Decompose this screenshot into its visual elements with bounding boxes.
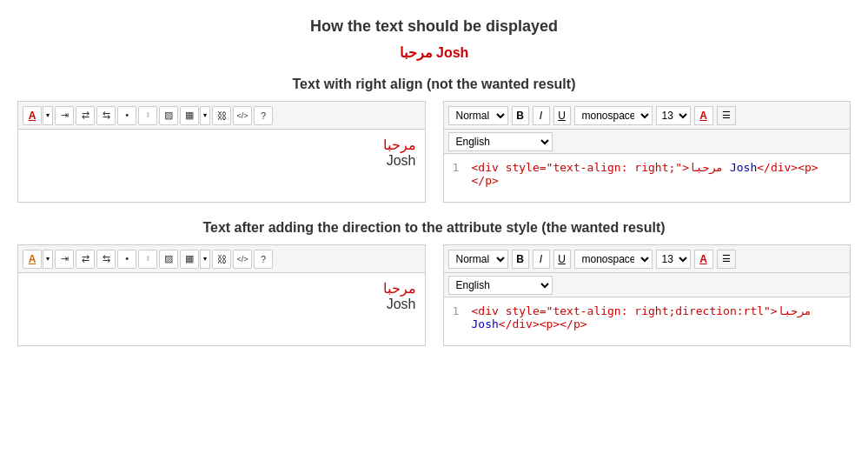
numbered-list-button-2[interactable]: ⦂ [138, 250, 157, 269]
bold-button-1[interactable]: B [512, 106, 529, 125]
code-toolbar-1-row2: English [444, 130, 851, 154]
numbered-list-button[interactable]: ⦂ [138, 106, 157, 125]
align-center-button-2[interactable]: ⇄ [76, 250, 95, 269]
text-color-dropdown[interactable]: ▾ [43, 106, 53, 125]
code-toolbar-1-row1: Normal B I U monospace 13 A ☰ [444, 102, 851, 130]
section-1-title: Text with right align (not the wanted re… [17, 77, 851, 92]
section-2-title: Text after adding the direction to the a… [17, 220, 851, 236]
toolbar-group-table-2: ▦ ▾ [180, 250, 210, 269]
bullet-list-button[interactable]: ⦁ [117, 106, 136, 125]
section-2: Text after adding the direction to the a… [17, 220, 851, 346]
help-button-2[interactable]: ? [254, 250, 273, 269]
table-button-2[interactable]: ▦ [180, 250, 199, 269]
code-panel-2: Normal B I U monospace 13 A ☰ English [443, 244, 851, 346]
link-button-2[interactable]: ⛓ [212, 250, 231, 269]
code-button[interactable]: </> [233, 106, 252, 125]
line-number-2: 1 [453, 304, 463, 338]
italic-button-1[interactable]: I [533, 106, 550, 125]
image-button[interactable]: ▨ [159, 106, 178, 125]
editor-content-1: مرحبا Josh [18, 130, 425, 177]
code-arabic-1: مرحبا [689, 161, 723, 174]
editor-arabic-text-2: مرحبا [383, 280, 416, 297]
size-select-2[interactable]: 13 [656, 250, 691, 269]
align-right-button[interactable]: ⇆ [96, 106, 116, 125]
align-right-button-2[interactable]: ⇆ [96, 250, 116, 269]
align-left-button-2[interactable]: ⇥ [55, 250, 74, 269]
toolbar-group-table: ▦ ▾ [180, 106, 210, 125]
editor-content-2: مرحبا Josh [18, 273, 425, 321]
subtitle-text: مرحبا Josh [17, 44, 851, 61]
code-line-1[interactable]: <div style="text-align: right;">مرحبا Jo… [472, 161, 842, 195]
page-title: How the text should be displayed [17, 17, 851, 36]
align-left-button[interactable]: ⇥ [55, 106, 74, 125]
font-select-2[interactable]: monospace [574, 250, 653, 269]
editor-english-text-1: Josh [387, 153, 416, 169]
editor-arabic-text-1: مرحبا [383, 137, 416, 153]
italic-button-2[interactable]: I [533, 250, 550, 269]
size-select-1[interactable]: 13 [656, 106, 691, 125]
table-dropdown-2[interactable]: ▾ [200, 250, 210, 269]
align-center-button[interactable]: ⇄ [76, 106, 95, 125]
bullet-list-button-2[interactable]: ⦁ [117, 250, 136, 269]
editor-toolbar-2: A ▾ ⇥ ⇄ ⇆ ⦁ ⦂ ▨ ▦ ▾ ⛓ </> ? [18, 245, 425, 273]
link-button[interactable]: ⛓ [212, 106, 231, 125]
section-1-columns: A ▾ ⇥ ⇄ ⇆ ⦁ ⦂ ▨ ▦ ▾ ⛓ </> [17, 101, 851, 203]
bold-button-2[interactable]: B [512, 250, 529, 269]
code-toolbar-2-row1: Normal B I U monospace 13 A ☰ [444, 245, 851, 273]
help-button[interactable]: ? [254, 106, 273, 125]
text-color-button[interactable]: A [23, 106, 42, 125]
table-dropdown[interactable]: ▾ [200, 106, 210, 125]
font-select-1[interactable]: monospace [574, 106, 653, 125]
normal-select-1[interactable]: Normal [448, 106, 508, 125]
code-tag-open-2: <div style="text-align: right;direction:… [472, 304, 778, 317]
editor-toolbar-1: A ▾ ⇥ ⇄ ⇆ ⦁ ⦂ ▨ ▦ ▾ ⛓ </> [18, 102, 425, 130]
language-select-1[interactable]: English [448, 132, 553, 151]
section-1: Text with right align (not the wanted re… [17, 77, 851, 203]
text-color-dropdown-2[interactable]: ▾ [43, 250, 53, 269]
code-content-1: 1 <div style="text-align: right;">مرحبا … [444, 154, 851, 202]
color-button-1[interactable]: A [694, 106, 713, 125]
code-tag-open-1: <div style="text-align: right;"> [472, 161, 689, 174]
image-button-2[interactable]: ▨ [159, 250, 178, 269]
code-panel-1: Normal B I U monospace 13 A ☰ English [443, 101, 851, 203]
language-select-2[interactable]: English [448, 276, 553, 295]
normal-select-2[interactable]: Normal [448, 250, 508, 269]
underline-button-2[interactable]: U [553, 250, 571, 269]
toolbar-group-color: A ▾ [23, 106, 53, 125]
code-toolbar-2-row2: English [444, 273, 851, 297]
toolbar-group-color-2: A ▾ [23, 250, 53, 269]
code-content-2: 1 <div style="text-align: right;directio… [444, 297, 851, 345]
code-button-2[interactable]: </> [233, 250, 252, 269]
code-line-2[interactable]: <div style="text-align: right;direction:… [472, 304, 842, 338]
extra-button-2[interactable]: ☰ [717, 250, 736, 269]
text-color-button-2[interactable]: A [23, 250, 42, 269]
underline-button-1[interactable]: U [553, 106, 571, 125]
color-button-2[interactable]: A [694, 250, 713, 269]
editor-english-text-2: Josh [387, 297, 416, 312]
section-2-columns: A ▾ ⇥ ⇄ ⇆ ⦁ ⦂ ▨ ▦ ▾ ⛓ </> ? مرحبا Josh [17, 244, 851, 346]
code-text-1: Josh [723, 161, 757, 174]
editor-panel-2: A ▾ ⇥ ⇄ ⇆ ⦁ ⦂ ▨ ▦ ▾ ⛓ </> ? مرحبا Josh [17, 244, 426, 346]
line-number-1: 1 [453, 161, 463, 195]
code-tag-close-2: </div><p></p> [499, 317, 587, 330]
table-button[interactable]: ▦ [180, 106, 199, 125]
extra-button-1[interactable]: ☰ [717, 106, 736, 125]
editor-panel-1: A ▾ ⇥ ⇄ ⇆ ⦁ ⦂ ▨ ▦ ▾ ⛓ </> [17, 101, 426, 203]
code-text-2: Josh [472, 317, 499, 330]
code-arabic-2: مرحبا [778, 304, 812, 317]
